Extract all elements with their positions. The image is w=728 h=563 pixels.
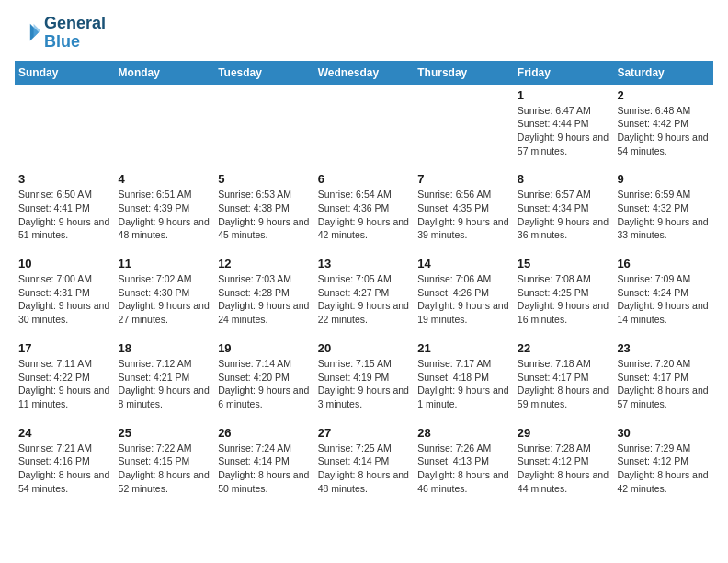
day-number: 5 [218,172,311,186]
day-info: Sunrise: 6:51 AMSunset: 4:39 PMDaylight:… [119,188,211,242]
day-cell: 26Sunrise: 7:24 AMSunset: 4:14 PMDayligh… [214,422,314,503]
day-info: Sunrise: 6:59 AMSunset: 4:32 PMDaylight:… [617,188,710,242]
day-cell: 28Sunrise: 7:26 AMSunset: 4:13 PMDayligh… [414,422,514,503]
day-cell: 9Sunrise: 6:59 AMSunset: 4:32 PMDaylight… [613,168,713,249]
day-info: Sunrise: 6:53 AMSunset: 4:38 PMDaylight:… [218,188,311,242]
header-sunday: Sunday [15,61,115,85]
day-info: Sunrise: 6:57 AMSunset: 4:34 PMDaylight:… [518,188,610,242]
day-number: 15 [518,257,610,270]
day-info: Sunrise: 7:20 AMSunset: 4:17 PMDaylight:… [617,357,710,411]
week-row-1: 1Sunrise: 6:47 AMSunset: 4:44 PMDaylight… [15,85,713,166]
day-number: 29 [518,426,610,440]
day-cell: 12Sunrise: 7:03 AMSunset: 4:28 PMDayligh… [214,253,314,334]
day-info: Sunrise: 7:15 AMSunset: 4:19 PMDaylight:… [318,357,411,411]
svg-marker-1 [34,24,40,38]
day-cell [214,85,314,166]
day-number: 18 [119,341,211,355]
day-number: 30 [617,426,710,440]
day-info: Sunrise: 7:12 AMSunset: 4:21 PMDaylight:… [119,357,211,411]
week-row-5: 24Sunrise: 7:21 AMSunset: 4:16 PMDayligh… [15,422,713,503]
day-number: 17 [18,341,111,355]
header-row: SundayMondayTuesdayWednesdayThursdayFrid… [15,61,713,85]
day-info: Sunrise: 7:03 AMSunset: 4:28 PMDaylight:… [218,272,311,327]
logo: General Blue [15,15,106,52]
day-number: 8 [518,172,610,186]
day-number: 23 [617,341,710,355]
day-number: 10 [18,257,111,270]
day-info: Sunrise: 7:21 AMSunset: 4:16 PMDaylight:… [18,442,111,496]
day-info: Sunrise: 7:29 AMSunset: 4:12 PMDaylight:… [617,442,710,496]
week-row-3: 10Sunrise: 7:00 AMSunset: 4:31 PMDayligh… [15,253,713,334]
day-number: 4 [119,172,211,186]
day-cell: 5Sunrise: 6:53 AMSunset: 4:38 PMDaylight… [214,168,314,249]
day-number: 22 [518,341,610,355]
day-info: Sunrise: 7:24 AMSunset: 4:14 PMDaylight:… [218,442,311,496]
day-cell: 16Sunrise: 7:09 AMSunset: 4:24 PMDayligh… [613,253,713,334]
day-cell: 13Sunrise: 7:05 AMSunset: 4:27 PMDayligh… [314,253,415,334]
day-number: 26 [218,426,311,440]
day-number: 6 [318,172,411,186]
day-info: Sunrise: 6:47 AMSunset: 4:44 PMDaylight:… [518,104,610,158]
day-info: Sunrise: 7:06 AMSunset: 4:26 PMDaylight:… [417,272,510,327]
day-cell: 20Sunrise: 7:15 AMSunset: 4:19 PMDayligh… [314,338,415,419]
header-saturday: Saturday [613,61,713,85]
day-cell: 3Sunrise: 6:50 AMSunset: 4:41 PMDaylight… [15,168,115,249]
day-number: 27 [318,426,411,440]
day-cell: 15Sunrise: 7:08 AMSunset: 4:25 PMDayligh… [514,253,614,334]
day-info: Sunrise: 7:26 AMSunset: 4:13 PMDaylight:… [417,442,510,496]
day-number: 13 [318,257,411,270]
logo-general: General [44,14,106,32]
day-cell: 27Sunrise: 7:25 AMSunset: 4:14 PMDayligh… [314,422,415,503]
logo-text-line2: Blue [44,33,106,52]
day-number: 7 [417,172,510,186]
day-number: 19 [218,341,311,355]
day-cell: 7Sunrise: 6:56 AMSunset: 4:35 PMDaylight… [414,168,514,249]
day-cell: 10Sunrise: 7:00 AMSunset: 4:31 PMDayligh… [15,253,115,334]
day-cell: 21Sunrise: 7:17 AMSunset: 4:18 PMDayligh… [414,338,514,419]
day-cell: 23Sunrise: 7:20 AMSunset: 4:17 PMDayligh… [613,338,713,419]
logo-blue: Blue [44,32,80,51]
day-info: Sunrise: 6:56 AMSunset: 4:35 PMDaylight:… [417,188,510,242]
day-info: Sunrise: 7:09 AMSunset: 4:24 PMDaylight:… [617,272,710,327]
day-number: 20 [318,341,411,355]
day-cell: 18Sunrise: 7:12 AMSunset: 4:21 PMDayligh… [115,338,215,419]
day-cell: 1Sunrise: 6:47 AMSunset: 4:44 PMDaylight… [514,85,614,166]
calendar-table: SundayMondayTuesdayWednesdayThursdayFrid… [15,61,713,503]
day-cell [115,85,215,166]
day-info: Sunrise: 7:18 AMSunset: 4:17 PMDaylight:… [518,357,610,411]
week-row-2: 3Sunrise: 6:50 AMSunset: 4:41 PMDaylight… [15,168,713,249]
header-monday: Monday [115,61,215,85]
day-number: 24 [18,426,111,440]
day-number: 3 [18,172,111,186]
day-cell: 22Sunrise: 7:18 AMSunset: 4:17 PMDayligh… [514,338,614,419]
day-cell: 11Sunrise: 7:02 AMSunset: 4:30 PMDayligh… [115,253,215,334]
day-cell: 2Sunrise: 6:48 AMSunset: 4:42 PMDaylight… [613,85,713,166]
day-number: 9 [617,172,710,186]
day-number: 28 [417,426,510,440]
day-info: Sunrise: 6:50 AMSunset: 4:41 PMDaylight:… [18,188,111,242]
day-info: Sunrise: 7:14 AMSunset: 4:20 PMDaylight:… [218,357,311,411]
day-number: 1 [518,88,610,102]
day-cell: 29Sunrise: 7:28 AMSunset: 4:12 PMDayligh… [514,422,614,503]
day-number: 12 [218,257,311,270]
day-cell: 19Sunrise: 7:14 AMSunset: 4:20 PMDayligh… [214,338,314,419]
day-info: Sunrise: 6:48 AMSunset: 4:42 PMDaylight:… [617,104,710,158]
day-info: Sunrise: 6:54 AMSunset: 4:36 PMDaylight:… [318,188,411,242]
day-info: Sunrise: 7:17 AMSunset: 4:18 PMDaylight:… [417,357,510,411]
day-cell: 4Sunrise: 6:51 AMSunset: 4:39 PMDaylight… [115,168,215,249]
day-cell: 6Sunrise: 6:54 AMSunset: 4:36 PMDaylight… [314,168,415,249]
logo-text-line1: General [44,15,106,33]
day-cell [414,85,514,166]
day-info: Sunrise: 7:28 AMSunset: 4:12 PMDaylight:… [518,442,610,496]
logo-icon [15,20,40,46]
day-info: Sunrise: 7:25 AMSunset: 4:14 PMDaylight:… [318,442,411,496]
day-cell [314,85,415,166]
header-tuesday: Tuesday [214,61,314,85]
day-number: 11 [119,257,211,270]
day-info: Sunrise: 7:02 AMSunset: 4:30 PMDaylight:… [119,272,211,327]
day-info: Sunrise: 7:11 AMSunset: 4:22 PMDaylight:… [18,357,111,411]
day-cell: 14Sunrise: 7:06 AMSunset: 4:26 PMDayligh… [414,253,514,334]
week-row-4: 17Sunrise: 7:11 AMSunset: 4:22 PMDayligh… [15,338,713,419]
day-number: 16 [617,257,710,270]
header-friday: Friday [514,61,614,85]
